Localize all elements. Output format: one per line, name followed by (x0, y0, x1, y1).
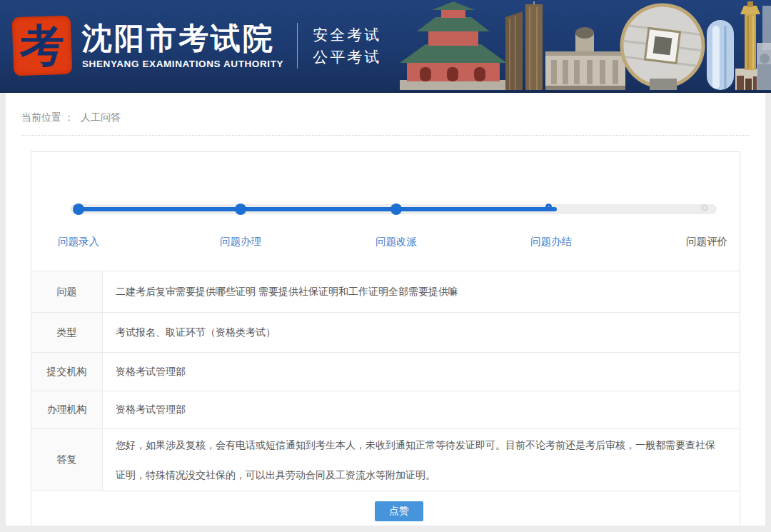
step-label-handling: 问题办理 (198, 235, 283, 249)
progress-stepper: 问题录入 问题办理 问题改派 问题办结 问题评价 (31, 152, 740, 271)
step-label-entry: 问题录入 (36, 235, 121, 249)
skyscraper-icon (505, 1, 543, 90)
bottom-strip (0, 526, 771, 531)
seal-character: 考 (20, 24, 64, 68)
qa-detail-panel: 问题录入 问题办理 问题改派 问题办结 问题评价 问题 二建考后复审需要提供哪些… (31, 151, 740, 526)
site-seal-logo-icon: 考 (12, 16, 73, 76)
step-dot-entry (73, 204, 84, 215)
field-value: 资格考试管理部 (103, 391, 740, 428)
monument-icon (735, 1, 766, 90)
breadcrumb: 当前位置 ：人工问答 (6, 93, 765, 124)
stepper-progress-line (74, 207, 557, 211)
field-label: 类型 (31, 313, 103, 352)
field-row-submit-org: 提交机构 资格考试管理部 (31, 352, 740, 391)
field-label: 答复 (31, 429, 103, 491)
stepper-labels: 问题录入 问题办理 问题改派 问题办结 问题评价 (70, 235, 717, 249)
site-subtitle: SHENYANG EXAMINATIONS AUTHORITY (82, 59, 283, 69)
landmarks-illustration (400, 1, 771, 90)
page-body: 当前位置 ：人工问答 问题录入 问题办理 问题改派 问题办结 (0, 93, 771, 526)
statue-icon (757, 6, 771, 90)
like-button[interactable]: 点赞 (375, 501, 423, 521)
pagoda-icon (400, 1, 507, 90)
step-dot-handling (235, 204, 246, 215)
classical-building-icon (545, 27, 625, 90)
breadcrumb-prefix: 当前位置 ： (21, 111, 74, 123)
field-value: 二建考后复审需要提供哪些证明 需要提供社保证明和工作证明全部需要提供嘛 (103, 271, 740, 312)
header-divider (297, 23, 298, 69)
field-row-type: 类型 考试报名、取证环节（资格类考试） (31, 312, 740, 352)
field-row-reply: 答复 您好，如果涉及复核，会有电话或短信通知到考生本人，未收到通知正常等待发证即… (31, 428, 740, 491)
breadcrumb-separator (21, 135, 750, 136)
site-title: 沈阳市考试院 (82, 22, 283, 55)
field-label: 提交机构 (31, 353, 103, 391)
breadcrumb-current: 人工问答 (81, 111, 121, 123)
stepper-track (70, 204, 717, 214)
step-label-closed: 问题办结 (508, 235, 594, 249)
tagline-line-2: 公平考试 (313, 46, 381, 68)
field-value: 您好，如果涉及复核，会有电话或短信通知到考生本人，未收到通知正常等待发证即可。目… (103, 429, 740, 491)
field-value: 资格考试管理部 (103, 353, 740, 391)
step-dot-closed (545, 204, 552, 210)
site-tagline: 安全考试 公平考试 (313, 24, 381, 68)
field-row-question: 问题 二建考后复审需要提供哪些证明 需要提供社保证明和工作证明全部需要提供嘛 (31, 271, 740, 312)
tagline-line-1: 安全考试 (313, 24, 381, 46)
field-value: 考试报名、取证环节（资格类考试） (103, 313, 740, 352)
site-header: 考 沈阳市考试院 SHENYANG EXAMINATIONS AUTHORITY… (0, 0, 771, 93)
glass-tower-icon (707, 20, 734, 90)
step-dot-reassign (390, 204, 402, 215)
field-label: 问题 (31, 271, 103, 312)
site-title-block: 沈阳市考试院 SHENYANG EXAMINATIONS AUTHORITY (82, 22, 283, 69)
step-label-evaluation: 问题评价 (664, 235, 750, 249)
coin-building-icon (617, 1, 707, 90)
action-row: 点赞 (31, 491, 740, 526)
step-dot-evaluation (701, 204, 708, 211)
field-row-handle-org: 办理机构 资格考试管理部 (31, 391, 740, 428)
field-label: 办理机构 (31, 391, 103, 428)
content-area: 当前位置 ：人工问答 问题录入 问题办理 问题改派 问题办结 (6, 93, 765, 526)
step-label-reassign: 问题改派 (353, 235, 439, 249)
